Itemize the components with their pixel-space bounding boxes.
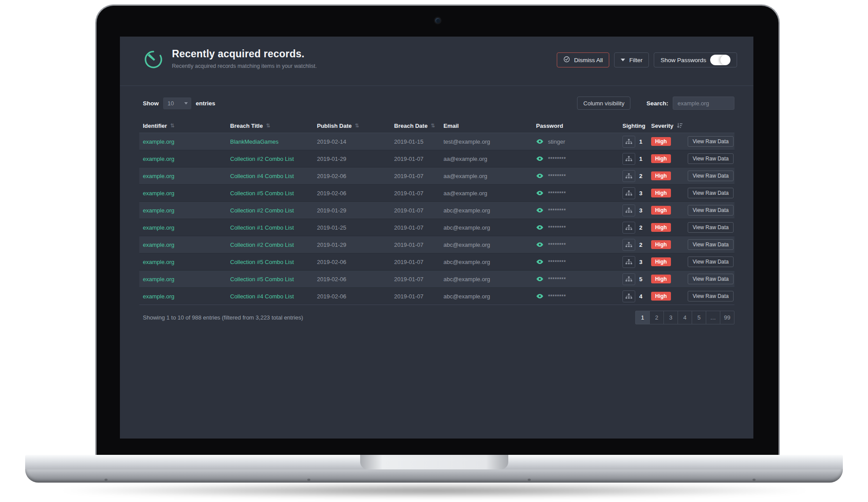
view-raw-data-button[interactable]: View Raw Data — [688, 205, 734, 216]
breach-title-link[interactable]: Collection #5 Combo List — [230, 276, 294, 283]
password-value: ******** — [548, 276, 566, 283]
breach-title-link[interactable]: Collection #1 Combo List — [230, 224, 294, 231]
column-header-breach-date[interactable]: Breach Date ⇅ — [394, 123, 443, 129]
identifier-link[interactable]: example.org — [143, 293, 175, 300]
password-cell: ******** — [536, 276, 622, 283]
view-raw-data-button[interactable]: View Raw Data — [688, 222, 734, 233]
identifier-cell: example.org — [139, 242, 230, 248]
column-header-identifier[interactable]: Identifier ⇅ — [139, 123, 230, 129]
breach-title-link[interactable]: Collection #2 Combo List — [230, 207, 294, 214]
breach-title-link[interactable]: Collection #5 Combo List — [230, 259, 294, 265]
sighting-count: 5 — [639, 276, 642, 283]
breach-date-value: 2019-01-07 — [394, 156, 443, 162]
email-value: abc@example.org — [443, 242, 536, 248]
sighting-count: 1 — [639, 156, 642, 162]
eye-icon[interactable] — [536, 208, 544, 213]
page-button[interactable]: 3 — [663, 311, 678, 324]
page-title: Recently acquired records. — [172, 48, 317, 60]
search-input[interactable] — [673, 97, 734, 110]
view-raw-data-button[interactable]: View Raw Data — [688, 171, 734, 181]
password-value: stinger — [548, 138, 565, 145]
identifier-link[interactable]: example.org — [143, 242, 175, 248]
sitemap-button[interactable] — [622, 170, 635, 182]
eye-icon[interactable] — [536, 276, 544, 282]
view-raw-data-button[interactable]: View Raw Data — [688, 291, 734, 301]
breach-title-link[interactable]: Collection #2 Combo List — [230, 156, 294, 162]
view-raw-data-button[interactable]: View Raw Data — [688, 239, 734, 250]
identifier-link[interactable]: example.org — [143, 138, 175, 145]
table-row: example.org Collection #2 Combo List 201… — [139, 236, 734, 253]
eye-icon[interactable] — [536, 225, 544, 230]
sitemap-button[interactable] — [622, 136, 635, 148]
publish-date-value: 2019-01-29 — [317, 156, 394, 162]
page-size-select[interactable]: 10 — [163, 97, 191, 109]
email-value: abc@example.org — [443, 276, 536, 283]
sitemap-button[interactable] — [622, 222, 635, 234]
page-button[interactable]: 1 — [635, 311, 650, 324]
breach-title-cell: Collection #4 Combo List — [230, 173, 317, 179]
laptop-base — [25, 455, 843, 469]
view-raw-data-button[interactable]: View Raw Data — [688, 136, 734, 147]
breach-title-link[interactable]: BlankMediaGames — [230, 138, 279, 145]
eye-icon[interactable] — [536, 173, 544, 178]
view-raw-data-button[interactable]: View Raw Data — [688, 188, 734, 198]
sitemap-button[interactable] — [622, 187, 635, 199]
breach-title-link[interactable]: Collection #4 Combo List — [230, 293, 294, 300]
show-passwords-toggle[interactable] — [710, 55, 730, 65]
identifier-link[interactable]: example.org — [143, 156, 175, 162]
password-cell: ******** — [536, 293, 622, 300]
column-header-email[interactable]: Email — [443, 123, 536, 129]
publish-date-value: 2019-02-06 — [317, 259, 394, 265]
identifier-link[interactable]: example.org — [143, 190, 175, 197]
check-circle-icon — [563, 56, 570, 64]
dismiss-all-button[interactable]: Dismiss All — [557, 52, 609, 67]
sitemap-button[interactable] — [622, 256, 635, 268]
password-value: ******** — [548, 293, 566, 300]
show-passwords-button[interactable]: Show Passwords — [654, 52, 737, 67]
breach-title-cell: Collection #1 Combo List — [230, 224, 317, 231]
page-button[interactable]: 4 — [678, 311, 692, 324]
action-cell: View Raw Data — [689, 222, 734, 233]
page-button[interactable]: 2 — [649, 311, 664, 324]
column-header-sighting[interactable]: Sighting — [622, 123, 651, 129]
identifier-link[interactable]: example.org — [143, 173, 175, 179]
column-header-severity[interactable]: Severity — [651, 123, 689, 129]
column-header-password[interactable]: Password — [536, 123, 622, 129]
view-raw-data-button[interactable]: View Raw Data — [688, 257, 734, 267]
severity-badge: High — [651, 240, 671, 249]
eye-icon[interactable] — [536, 294, 544, 299]
password-value: ******** — [548, 224, 566, 231]
column-visibility-button[interactable]: Column visibility — [577, 97, 630, 110]
sort-icon: ⇅ — [170, 123, 175, 129]
action-cell: View Raw Data — [689, 153, 734, 164]
view-raw-data-button[interactable]: View Raw Data — [688, 274, 734, 284]
page-button[interactable]: 99 — [720, 311, 734, 324]
identifier-link[interactable]: example.org — [143, 259, 175, 265]
identifier-link[interactable]: example.org — [143, 207, 175, 214]
page-button[interactable]: 5 — [692, 311, 706, 324]
column-header-publish-date[interactable]: Publish Date ⇅ — [317, 123, 394, 129]
eye-icon[interactable] — [536, 139, 544, 144]
eye-icon[interactable] — [536, 259, 544, 264]
publish-date-value: 2019-02-06 — [317, 293, 394, 300]
breach-title-link[interactable]: Collection #4 Combo List — [230, 173, 294, 179]
toggle-knob — [720, 55, 730, 65]
eye-icon[interactable] — [536, 156, 544, 161]
password-value: ******** — [548, 259, 566, 265]
identifier-link[interactable]: example.org — [143, 276, 175, 283]
breach-title-link[interactable]: Collection #2 Combo List — [230, 242, 294, 248]
filter-label: Filter — [629, 57, 642, 63]
sitemap-button[interactable] — [622, 273, 635, 285]
sitemap-button[interactable] — [622, 153, 635, 165]
eye-icon[interactable] — [536, 190, 544, 196]
publish-date-value: 2019-02-06 — [317, 190, 394, 197]
identifier-link[interactable]: example.org — [143, 224, 175, 231]
sitemap-button[interactable] — [622, 290, 635, 302]
filter-button[interactable]: Filter — [614, 52, 649, 67]
view-raw-data-button[interactable]: View Raw Data — [688, 153, 734, 164]
sitemap-button[interactable] — [622, 239, 635, 251]
sitemap-button[interactable] — [622, 205, 635, 216]
eye-icon[interactable] — [536, 242, 544, 247]
breach-title-link[interactable]: Collection #5 Combo List — [230, 190, 294, 197]
column-header-breach-title[interactable]: Breach Title ⇅ — [230, 123, 317, 129]
